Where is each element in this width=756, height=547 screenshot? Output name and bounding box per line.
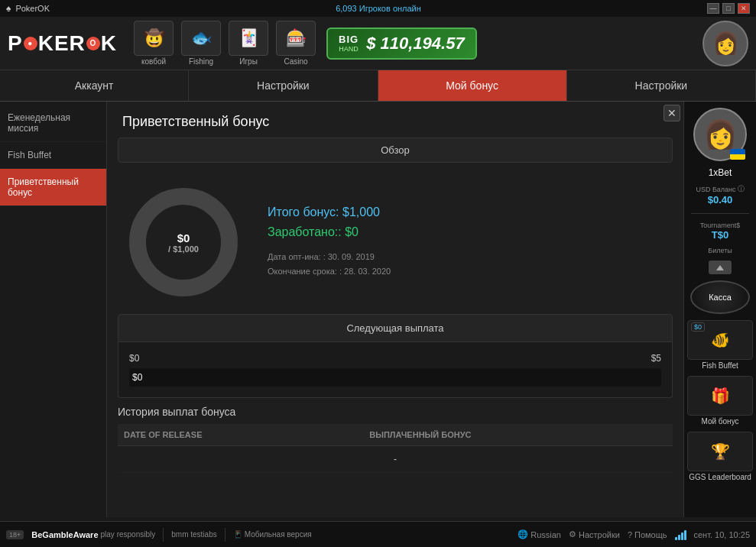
big-hand-amount: $ 110,194.57	[366, 34, 464, 53]
sidebar-item-weekly[interactable]: Еженедельная миссия	[0, 105, 106, 142]
logo-dot: ●	[24, 37, 37, 50]
donut-center-value: $0 / $1,000	[168, 231, 199, 254]
minimize-button[interactable]: —	[707, 3, 719, 14]
fish-buffet-icon: 🐠 $0	[687, 320, 753, 360]
my-bonus-icon: 🎁	[687, 376, 753, 416]
fishing-label: Fishing	[189, 57, 213, 66]
history-table: DATE OF RELEASE ВЫПЛАЧЕННЫЙ БОНУС -	[118, 424, 673, 473]
donut-value: $0	[168, 231, 199, 244]
history-section: История выплат бонуса DATE OF RELEASE ВЫ…	[118, 406, 673, 473]
signal-icon	[675, 529, 686, 540]
sidebar-item-welcome-bonus[interactable]: Приветственный бонус	[0, 169, 106, 206]
balance-divider	[691, 213, 748, 214]
gss-leaderboard-label: GGS Leaderboard	[689, 473, 751, 481]
bonus-total: Итого бонус: $1,000	[268, 206, 391, 219]
collapse-button[interactable]	[709, 261, 732, 274]
window-controls: — □ ✕	[707, 3, 750, 14]
games-icon-box: 🃏	[229, 21, 268, 56]
casino-label: Casino	[284, 57, 307, 66]
donut-sub: / $1,000	[168, 244, 199, 254]
games-label: Игры	[239, 57, 258, 66]
tab-settings-1[interactable]: Настройки	[189, 70, 378, 101]
help-item[interactable]: ? Помощь	[628, 530, 667, 539]
history-empty: -	[118, 446, 673, 473]
progress-label-left: $0	[129, 353, 139, 364]
chevron-up-icon	[716, 265, 724, 270]
big-hand-text: BIG HAND	[339, 34, 359, 53]
tickets-label: Билеты	[708, 247, 732, 254]
gss-leaderboard-item[interactable]: 🏆 GGS Leaderboard	[686, 432, 754, 481]
logo[interactable]: P●KEROK	[8, 31, 117, 56]
cowboy-icon-box: 🤠	[134, 21, 174, 56]
bonus-info: Итого бонус: $1,000 Заработано:: $0 Дата…	[268, 206, 391, 278]
fishing-icon-box: 🐟	[181, 21, 221, 56]
next-payout-body: $0 $5 $0	[118, 342, 673, 398]
bottom-right: 🌐 Russian ⚙ Настройки ? Помощь сент. 10,…	[518, 529, 750, 540]
casino-icon-box: 🎰	[276, 21, 316, 56]
title-bar: ♠ PokerOK 6,093 Игроков онлайн — □ ✕	[0, 0, 756, 17]
progress-current-value: $0	[132, 372, 142, 383]
col-bonus: ВЫПЛАЧЕННЫЙ БОНУС	[363, 424, 673, 446]
next-payout-header: Следующая выплата	[118, 314, 673, 342]
divider-2	[225, 528, 226, 542]
table-header-row: DATE OF RELEASE ВЫПЛАЧЕННЫЙ БОНУС	[118, 424, 673, 446]
table-row: -	[118, 446, 673, 473]
fish-buffet-item[interactable]: 🐠 $0 Fish Buffet	[686, 320, 754, 370]
bmm-label: bmm testiabs	[171, 530, 216, 539]
title-bar-left: ♠ PokerOK	[6, 3, 50, 14]
my-bonus-item[interactable]: 🎁 Мой бонус	[686, 376, 754, 426]
close-button[interactable]: ✕	[738, 3, 750, 14]
bmm-item[interactable]: bmm testiabs	[171, 530, 216, 539]
sidebar-item-fish-buffet[interactable]: Fish Buffet	[0, 142, 106, 169]
big-hand-subtitle: HAND	[339, 45, 359, 53]
optin-date: Дата опт-ина: : 30. 09. 2019	[268, 250, 391, 264]
username-label: 1xBet	[709, 167, 732, 178]
age-badge: 18+	[6, 530, 24, 539]
tournament-label: Tournament$	[700, 222, 741, 229]
language-item[interactable]: 🌐 Russian	[518, 529, 561, 539]
logo-dot-2: O	[86, 37, 100, 50]
main-content: ✕ Приветственный бонус Обзор $0 / $1,000	[107, 102, 683, 517]
sidebar: Еженедельная миссия Fish Buffet Приветст…	[0, 102, 107, 517]
gamble-aware-item[interactable]: BeGambleAware play responsibly	[31, 530, 155, 539]
tab-settings-2[interactable]: Настройки	[567, 70, 756, 101]
maximize-button[interactable]: □	[722, 3, 735, 14]
nav-games[interactable]: 🃏 Игры	[227, 21, 270, 66]
online-count: 6,093 Игроков онлайн	[336, 4, 421, 13]
bonus-earned: Заработано:: $0	[268, 225, 391, 239]
progress-bar-track: $0	[129, 368, 661, 387]
tournament-value: T$0	[712, 229, 728, 241]
main-tabs: Аккаунт Настройки Мой бонус Настройки	[0, 70, 756, 102]
mobile-version-item[interactable]: 📱 Мобильная версия	[233, 530, 312, 539]
close-panel-button[interactable]: ✕	[664, 105, 680, 121]
big-hand-banner[interactable]: BIG HAND $ 110,194.57	[326, 28, 477, 60]
nav-casino[interactable]: 🎰 Casino	[274, 21, 317, 66]
divider-1	[163, 528, 164, 542]
right-avatar: 👩	[693, 108, 747, 161]
donut-chart: $0 / $1,000	[122, 181, 245, 303]
cowboy-label: ковбой	[141, 57, 166, 66]
avatar-emoji: 👩	[703, 118, 738, 151]
settings-item[interactable]: ⚙ Настройки	[569, 529, 620, 539]
donut-section: $0 / $1,000 Итого бонус: $1,000 Заработа…	[107, 170, 683, 314]
col-date: DATE OF RELEASE	[118, 424, 363, 446]
overview-tab[interactable]: Обзор	[118, 138, 673, 163]
usd-balance-label: USD Баланс ⓘ	[696, 184, 744, 194]
kassa-button[interactable]: Касса	[690, 280, 750, 314]
usd-balance-value: $0.40	[708, 194, 733, 206]
tab-account[interactable]: Аккаунт	[0, 70, 189, 101]
header-avatar[interactable]: 👩	[702, 21, 748, 66]
progress-labels: $0 $5	[129, 353, 661, 364]
tickets-row: Билеты	[684, 247, 756, 254]
tab-my-bonus[interactable]: Мой бонус	[378, 70, 567, 101]
nav-cowboy[interactable]: 🤠 ковбой	[132, 21, 175, 66]
usd-balance-row: USD Баланс ⓘ $0.40	[684, 184, 756, 206]
gss-leaderboard-icon: 🏆	[687, 432, 753, 471]
nav-fishing[interactable]: 🐟 Fishing	[180, 21, 222, 66]
mobile-icon: 📱	[233, 530, 242, 539]
next-payout-section: Следующая выплата $0 $5 $0	[118, 314, 673, 398]
bonus-dates: Дата опт-ина: : 30. 09. 2019 Окончание с…	[268, 250, 391, 278]
my-bonus-label: Мой бонус	[701, 417, 738, 426]
bonus-title: Приветственный бонус	[107, 102, 683, 138]
expiry-date: Окончание срока: : 28. 03. 2020	[268, 264, 391, 279]
